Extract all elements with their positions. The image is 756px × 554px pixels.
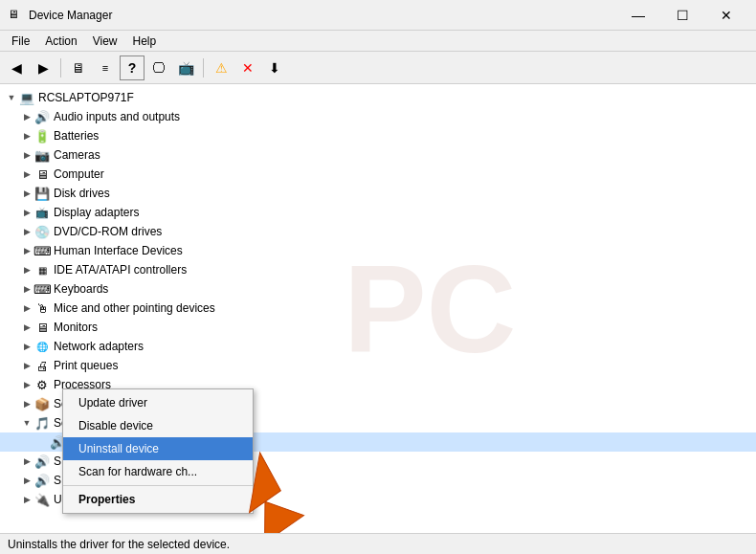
monitor-button[interactable]: 🖵 (146, 55, 171, 80)
scan-button[interactable]: ⬇ (262, 55, 287, 80)
diskdrives-expand: ▶ (19, 186, 34, 201)
menu-action[interactable]: Action (37, 33, 84, 50)
remove-button[interactable]: ✕ (235, 55, 260, 80)
tree-item-display[interactable]: ▶ 📺 Display adapters (0, 203, 756, 222)
tree-item-batteries[interactable]: ▶ 🔋 Batteries (0, 126, 756, 145)
sound-icon: 🎵 (34, 415, 50, 431)
help-button[interactable]: ? (120, 55, 145, 80)
print-label: Print queues (54, 359, 118, 372)
toolbar-separator-2 (203, 58, 204, 78)
u-expand: ▶ (19, 492, 34, 507)
computer-expand: ▶ (19, 166, 34, 182)
ctx-properties[interactable]: Properties (63, 488, 253, 511)
mice-expand: ▶ (19, 300, 34, 316)
cameras-expand: ▶ (19, 147, 34, 163)
ide-expand: ▶ (19, 262, 34, 277)
monitors-expand: ▶ (19, 320, 34, 335)
s2-expand: ▶ (19, 473, 34, 488)
network-icon: 🌐 (34, 339, 50, 354)
tree-item-ide[interactable]: ▶ ▦ IDE ATA/ATAPI controllers (0, 260, 756, 279)
keyboards-label: Keyboards (54, 282, 108, 296)
hid-label: Human Interface Devices (54, 244, 183, 257)
menu-file[interactable]: File (4, 33, 37, 50)
tree-item-computer[interactable]: ▶ 🖥 Computer (0, 165, 756, 184)
maximize-button[interactable]: ☐ (660, 0, 704, 31)
display-label: Display adapters (54, 206, 139, 219)
batteries-expand: ▶ (19, 128, 34, 144)
audio-icon: 🔊 (34, 109, 50, 124)
s1-expand: ▶ (19, 454, 34, 469)
software-icon: 📦 (34, 396, 50, 411)
processors-expand: ▶ (19, 377, 34, 392)
window-controls: — ☐ ✕ (616, 0, 748, 31)
sound-sub-expand (34, 434, 50, 450)
keyboards-icon: ⌨ (34, 281, 50, 297)
diskdrives-icon: 💾 (34, 186, 50, 201)
s1-icon: 🔊 (34, 454, 50, 469)
tree-item-print[interactable]: ▶ 🖨 Print queues (0, 356, 756, 375)
status-text: Uninstalls the driver for the selected d… (8, 538, 230, 551)
mice-label: Mice and other pointing devices (54, 301, 215, 315)
tree-item-monitors[interactable]: ▶ 🖥 Monitors (0, 318, 756, 337)
computer-icon: 🖥 (34, 166, 50, 182)
root-icon: 💻 (19, 90, 34, 105)
display-icon: 📺 (34, 205, 50, 220)
root-label: RCSLAPTOP971F (38, 91, 134, 104)
forward-button[interactable]: ▶ (31, 55, 56, 80)
menu-help[interactable]: Help (125, 33, 165, 50)
monitors-label: Monitors (54, 321, 98, 334)
display-expand: ▶ (19, 205, 34, 220)
toolbar-separator-1 (60, 58, 61, 78)
root-expand-icon: ▼ (4, 90, 19, 105)
window-title: Device Manager (29, 9, 616, 22)
app-icon: 🖥 (8, 8, 23, 23)
dvd-icon: 💿 (34, 224, 50, 239)
dvd-label: DVD/CD-ROM drives (54, 225, 162, 238)
batteries-icon: 🔋 (34, 128, 50, 144)
batteries-label: Batteries (54, 129, 99, 143)
ctx-disable-device[interactable]: Disable device (63, 414, 253, 437)
audio-expand: ▶ (19, 109, 34, 124)
sound-expand: ▼ (19, 415, 34, 431)
cameras-label: Cameras (54, 148, 100, 162)
software-expand: ▶ (19, 396, 34, 411)
ctx-scan-hardware[interactable]: Scan for hardware ch... (63, 460, 253, 483)
tree-item-cameras[interactable]: ▶ 📷 Cameras (0, 145, 756, 165)
list-button[interactable]: ≡ (93, 55, 118, 80)
close-button[interactable]: ✕ (704, 0, 748, 31)
ide-icon: ▦ (34, 262, 50, 277)
diskdrives-label: Disk drives (54, 187, 110, 200)
ide-label: IDE ATA/ATAPI controllers (54, 263, 187, 277)
toolbar: ◀ ▶ 🖥 ≡ ? 🖵 📺 ⚠ ✕ ⬇ (0, 52, 756, 84)
ctx-update-driver[interactable]: Update driver (63, 391, 253, 414)
main-content: PC ▼ 💻 RCSLAPTOP971F ▶ 🔊 Audio inputs an… (0, 84, 756, 533)
dvd-expand: ▶ (19, 224, 34, 239)
print-expand: ▶ (19, 358, 34, 373)
tree-item-mice[interactable]: ▶ 🖱 Mice and other pointing devices (0, 299, 756, 318)
monitors-icon: 🖥 (34, 320, 50, 335)
tree-item-dvd[interactable]: ▶ 💿 DVD/CD-ROM drives (0, 222, 756, 241)
ctx-uninstall-device[interactable]: Uninstall device (63, 437, 253, 460)
screen-button[interactable]: 📺 (173, 55, 198, 80)
tree-item-audio[interactable]: ▶ 🔊 Audio inputs and outputs (0, 107, 756, 126)
tree-item-diskdrives[interactable]: ▶ 💾 Disk drives (0, 184, 756, 203)
tree-root[interactable]: ▼ 💻 RCSLAPTOP971F (0, 88, 756, 107)
s2-icon: 🔊 (34, 473, 50, 488)
u-icon: 🔌 (34, 492, 50, 507)
computer-label: Computer (54, 167, 104, 181)
tree-item-network[interactable]: ▶ 🌐 Network adapters (0, 337, 756, 356)
back-button[interactable]: ◀ (4, 55, 29, 80)
title-bar: 🖥 Device Manager — ☐ ✕ (0, 0, 756, 31)
cameras-icon: 📷 (34, 147, 50, 163)
audio-label: Audio inputs and outputs (54, 110, 180, 123)
status-bar: Uninstalls the driver for the selected d… (0, 533, 756, 554)
computer-button[interactable]: 🖥 (66, 55, 91, 80)
tree-item-hid[interactable]: ▶ ⌨ Human Interface Devices (0, 241, 756, 260)
menu-view[interactable]: View (85, 33, 125, 50)
tree-item-keyboards[interactable]: ▶ ⌨ Keyboards (0, 279, 756, 299)
print-icon: 🖨 (34, 358, 50, 373)
network-label: Network adapters (54, 340, 144, 353)
warning-button[interactable]: ⚠ (209, 55, 233, 80)
minimize-button[interactable]: — (616, 0, 660, 31)
mice-icon: 🖱 (34, 300, 50, 316)
